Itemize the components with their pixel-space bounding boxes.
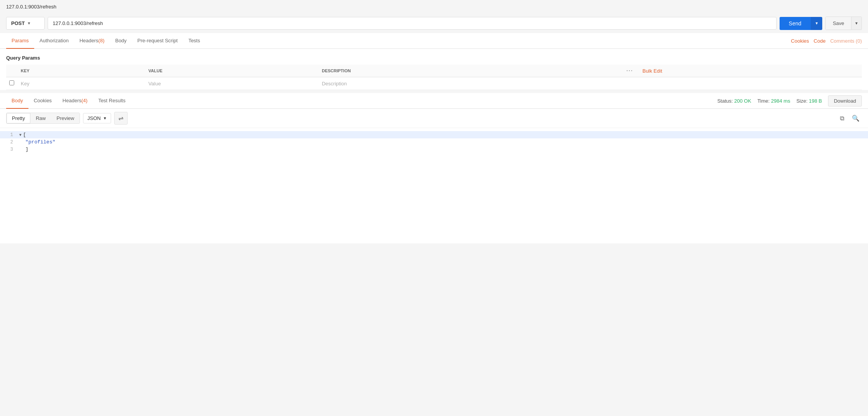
query-params-section: Query Params KEY VALUE DESCRIPTION ··· B… (0, 49, 868, 90)
send-dropdown-arrow[interactable]: ▼ (811, 17, 823, 30)
url-input[interactable] (48, 17, 777, 30)
json-format-label: JSON (87, 115, 101, 121)
table-row: Key Value Description (6, 77, 862, 90)
format-preview-button[interactable]: Preview (51, 113, 80, 123)
format-btn-group: Pretty Raw Preview (6, 113, 80, 124)
fold-toggle[interactable]: ▼ (19, 133, 22, 137)
copy-button[interactable]: ⧉ (838, 113, 846, 123)
tab-headers[interactable]: Headers(8) (74, 33, 110, 49)
download-button[interactable]: Download (828, 95, 862, 106)
size-label: Size: (796, 98, 808, 104)
wrap-lines-button[interactable]: ⇌ (114, 112, 128, 125)
close-bracket: ] (25, 146, 28, 152)
json-format-select[interactable]: JSON ▼ (83, 113, 111, 123)
tab-params[interactable]: Params (6, 33, 34, 49)
response-section: Body Cookies Headers(4) Test Results Sta… (0, 93, 868, 243)
code-line-3: 3 ] (0, 146, 868, 153)
time-label: Time: (757, 98, 770, 104)
format-bar: Pretty Raw Preview JSON ▼ ⇌ ⧉ 🔍 (0, 109, 868, 128)
response-tabs-row: Body Cookies Headers(4) Test Results Sta… (0, 93, 868, 109)
row-checkbox[interactable] (9, 80, 14, 85)
profiles-string: "profiles" (25, 139, 55, 145)
extra-cell (639, 77, 862, 90)
response-meta: Status: 200 OK Time: 2984 ms Size: 198 B… (717, 95, 862, 106)
save-button[interactable]: Save (825, 17, 851, 30)
time-label-text: Time: 2984 ms (757, 98, 790, 104)
chevron-down-icon: ▼ (103, 116, 107, 120)
code-line-2: 2 "profiles" (0, 138, 868, 146)
tab-comments[interactable]: Comments (0) (830, 38, 862, 44)
col-key-header: KEY (18, 65, 145, 77)
row-checkbox-cell (6, 77, 18, 90)
response-tab-cookies[interactable]: Cookies (28, 93, 57, 109)
bulk-edit-button[interactable]: Bulk Edit (642, 68, 662, 74)
status-value: 200 OK (734, 98, 751, 104)
description-cell[interactable]: Description (319, 77, 620, 90)
format-raw-button[interactable]: Raw (30, 113, 51, 123)
tab-authorization[interactable]: Authorization (34, 33, 74, 49)
chevron-down-icon: ▼ (27, 21, 31, 25)
params-table: KEY VALUE DESCRIPTION ··· Bulk Edit Key … (6, 65, 862, 90)
key-cell[interactable]: Key (18, 77, 145, 90)
request-tabs: Params Authorization Headers(8) Body Pre… (0, 33, 868, 49)
format-pretty-button[interactable]: Pretty (7, 113, 30, 123)
size-value: 198 B (809, 98, 822, 104)
col-check (6, 65, 18, 77)
tab-cookies[interactable]: Cookies (791, 38, 809, 44)
value-cell[interactable]: Value (145, 77, 319, 90)
response-tab-test-results[interactable]: Test Results (93, 93, 131, 109)
actions-cell (620, 77, 639, 90)
copy-icon: ⧉ (840, 115, 844, 121)
response-tab-headers[interactable]: Headers(4) (57, 93, 93, 109)
send-button[interactable]: Send (780, 17, 811, 30)
right-tabs: Cookies Code Comments (0) (791, 38, 862, 44)
query-params-title: Query Params (6, 53, 862, 63)
save-dropdown-arrow[interactable]: ▼ (851, 17, 862, 30)
method-select[interactable]: POST ▼ (6, 17, 45, 30)
size-label-text: Size: 198 B (796, 98, 822, 104)
bulk-edit-header: Bulk Edit (639, 65, 862, 77)
tab-prerequest[interactable]: Pre-request Script (132, 33, 183, 49)
response-tab-body[interactable]: Body (6, 93, 28, 109)
save-btn-group: Save ▼ (825, 17, 862, 30)
col-value-header: VALUE (145, 65, 319, 77)
send-btn-group: Send ▼ (780, 17, 823, 30)
more-options-icon[interactable]: ··· (626, 68, 633, 74)
col-actions: ··· (620, 65, 639, 77)
page-title: 127.0.0.1:9003/refresh (0, 0, 868, 13)
status-label-text: Status: 200 OK (717, 98, 751, 104)
wrap-icon: ⇌ (118, 115, 123, 121)
time-value: 2984 ms (771, 98, 790, 104)
search-button[interactable]: 🔍 (850, 113, 862, 123)
tab-tests[interactable]: Tests (183, 33, 205, 49)
method-label: POST (11, 20, 25, 26)
request-bar: POST ▼ Send ▼ Save ▼ (0, 13, 868, 33)
code-line-1: 1 ▼ [ (0, 131, 868, 138)
col-description-header: DESCRIPTION (319, 65, 620, 77)
status-label: Status: (717, 98, 733, 104)
code-editor: 1 ▼ [ 2 "profiles" 3 ] (0, 128, 868, 243)
tab-body[interactable]: Body (110, 33, 132, 49)
search-icon: 🔍 (852, 115, 860, 121)
open-bracket: [ (23, 132, 26, 138)
tab-code[interactable]: Code (814, 38, 826, 44)
